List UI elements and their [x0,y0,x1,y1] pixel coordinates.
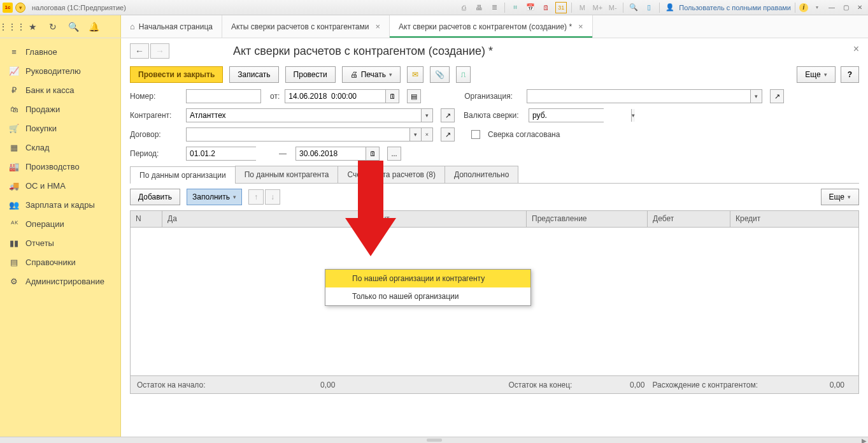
move-down-button[interactable]: ↓ [265,189,280,205]
sidebar-item-manager[interactable]: 📈Руководителю [0,61,120,80]
number-input[interactable] [186,89,261,103]
compare-icon[interactable]: ≣ [488,2,500,13]
tab-additional[interactable]: Дополнительно [445,166,518,183]
struct-button[interactable]: ⎍ [456,66,471,83]
period-from-field[interactable]: 🗓 [186,147,270,161]
bottom-scrollbar[interactable]: ▶ [0,437,868,443]
tab-contr-data[interactable]: По данным контрагента [235,166,339,183]
sidebar-item-warehouse[interactable]: ▦Склад [0,138,120,157]
dropdown-icon[interactable]: ▾ [421,109,432,122]
calc-icon[interactable]: ⌗ [509,2,521,13]
fill-option-org-only[interactable]: Только по нашей организации [325,287,530,305]
currency-field[interactable]: ▾ [529,108,604,122]
close-page-button[interactable]: × [853,43,859,55]
sidebar-item-bank[interactable]: ₽Банк и касса [0,80,120,99]
tab-act-create[interactable]: Акт сверки расчетов с контрагентом (созд… [390,15,593,38]
clear-icon[interactable]: × [421,128,432,141]
close-icon[interactable]: × [578,22,583,31]
forward-button[interactable]: → [150,43,169,59]
sidebar-item-assets[interactable]: 🚚ОС и НМА [0,176,120,195]
sidebar-item-operations[interactable]: ᴬᴷОперации [0,214,120,233]
m-plus-icon[interactable]: M+ [592,2,603,13]
add-button[interactable]: Добавить [130,189,180,205]
calendar-icon[interactable]: 🗓 [385,89,399,103]
col-doc[interactable]: ент [373,211,527,227]
agreed-checkbox[interactable] [471,130,480,139]
info-caret[interactable]: ▾ [811,2,823,13]
ext-button[interactable]: ▤ [407,89,421,103]
cal1-icon[interactable]: 📅 [525,2,536,13]
sidebar-item-production[interactable]: 🏭Производство [0,157,120,176]
bell-icon[interactable]: 🔔 [88,21,99,33]
history-icon[interactable]: ↻ [47,21,59,33]
print-button[interactable]: 🖨Печать▾ [342,66,401,83]
close-button[interactable]: ✕ [854,3,865,13]
col-debit[interactable]: Дебет [648,211,730,227]
col-credit[interactable]: Кредит [730,211,858,227]
contract-field[interactable]: ▾ × [186,127,433,142]
zoom-icon[interactable]: 🔍 [628,2,639,13]
tab-org-data[interactable]: По данным организации [130,166,236,184]
close-icon[interactable]: × [375,22,380,31]
open-button[interactable]: ↗ [441,108,455,122]
apps-icon[interactable]: ⋮⋮⋮ [6,21,18,33]
org-field[interactable]: ▾ [527,89,762,103]
sidebar-item-salary[interactable]: 👥Зарплата и кадры [0,195,120,214]
email-button[interactable]: ✉ [407,66,423,83]
minimize-button[interactable]: — [826,3,837,13]
date-input[interactable] [285,89,385,103]
tab-accounts[interactable]: Счета учета расчетов (8) [338,166,445,183]
dropdown-icon[interactable]: ▾ [631,109,635,122]
date-field[interactable]: 🗓 [285,89,399,103]
user-label[interactable]: Пользователь с полными правами [679,4,791,11]
contractor-field[interactable]: ▾ [186,108,433,122]
info-icon[interactable]: i [799,3,808,12]
attach-button[interactable]: 📎 [430,66,450,83]
period-to-input[interactable] [295,147,366,161]
sidebar-item-sales[interactable]: 🛍Продажи [0,99,120,119]
period-to-field[interactable]: 🗓 [295,147,380,161]
calendar-icon[interactable]: 🗓 [366,147,380,161]
col-n[interactable]: N [131,211,162,227]
more-inner-button[interactable]: Еще▾ [821,189,859,205]
sidebar-item-admin[interactable]: ⚙Администрирование [0,272,120,291]
org-input[interactable] [527,90,750,103]
cal2-icon[interactable]: 🗓 [540,2,551,13]
sidebar-item-refs[interactable]: ▤Справочники [0,252,120,272]
sidebar-item-reports[interactable]: ▮▮Отчеты [0,233,120,252]
scroll-right-icon[interactable]: ▶ [862,437,867,443]
currency-input[interactable] [529,109,631,122]
move-up-button[interactable]: ↑ [248,189,264,205]
period-from-input[interactable] [186,147,256,161]
sidebar-item-purchases[interactable]: 🛒Покупки [0,119,120,138]
contract-input[interactable] [187,128,409,141]
tab-acts-list[interactable]: Акты сверки расчетов с контрагентами × [222,15,390,38]
more-button[interactable]: Еще▾ [797,66,835,83]
save-icon[interactable]: 🖶 [473,2,485,13]
fill-button[interactable]: Заполнить▾ [187,189,242,205]
cal3-icon[interactable]: 31 [555,2,567,13]
col-repr[interactable]: Представление [527,211,648,227]
open-button[interactable]: ↗ [770,89,784,103]
panel-icon[interactable]: ▯ [643,2,655,13]
maximize-button[interactable]: ▢ [840,3,851,13]
dropdown-main-icon[interactable]: ▾ [15,3,25,13]
save-button[interactable]: Записать [229,66,278,83]
m-minus-icon[interactable]: M- [607,2,618,13]
contractor-input[interactable] [187,109,421,122]
print-icon[interactable]: ⎙ [458,2,469,13]
submit-close-button[interactable]: Провести и закрыть [130,66,223,83]
period-picker-button[interactable]: ... [387,147,401,161]
open-button[interactable]: ↗ [441,127,455,142]
help-button[interactable]: ? [841,66,859,83]
fill-option-both[interactable]: По нашей организации и контрагенту [325,270,530,287]
dropdown-icon[interactable]: ▾ [750,90,762,103]
m-icon[interactable]: M [576,2,588,13]
post-button[interactable]: Провести [285,66,336,83]
search-icon[interactable]: 🔍 [68,21,79,33]
tab-home[interactable]: ⌂ Начальная страница [121,15,222,38]
dropdown-icon[interactable]: ▾ [409,128,421,141]
sidebar-item-main[interactable]: ≡Главное [0,42,120,61]
star-icon[interactable]: ★ [27,21,38,33]
col-date[interactable]: Да [162,211,373,227]
